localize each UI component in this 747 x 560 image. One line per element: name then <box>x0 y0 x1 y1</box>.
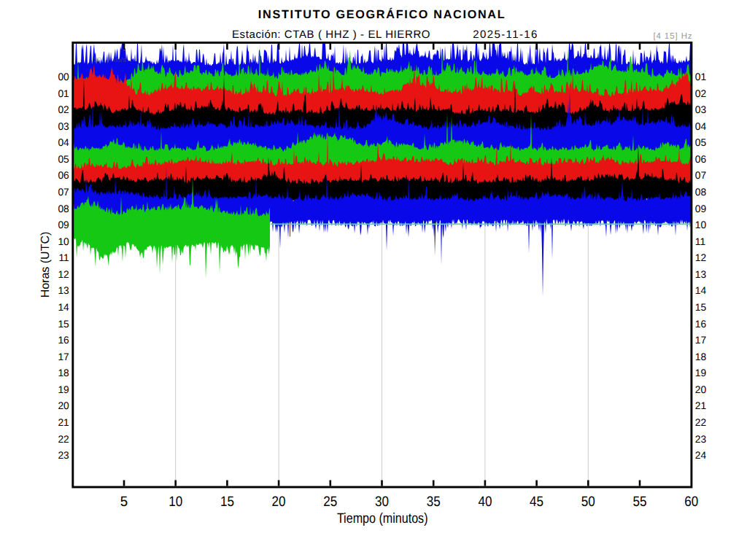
svg-text:01: 01 <box>58 88 69 99</box>
svg-text:19: 19 <box>695 368 707 378</box>
svg-text:1000 nm/s: 1000 nm/s <box>93 56 126 63</box>
svg-text:15: 15 <box>695 302 707 313</box>
svg-text:10: 10 <box>695 219 707 230</box>
svg-text:INSTITUTO GEOGRÁFICO NACIONAL: INSTITUTO GEOGRÁFICO NACIONAL <box>258 7 506 21</box>
svg-text:18: 18 <box>58 368 69 378</box>
svg-text:11: 11 <box>695 236 705 247</box>
svg-text:14: 14 <box>695 285 707 296</box>
svg-text:15: 15 <box>58 319 69 330</box>
svg-text:18: 18 <box>695 351 707 362</box>
svg-text:12: 12 <box>695 252 706 263</box>
svg-text:13: 13 <box>58 285 69 296</box>
svg-text:20: 20 <box>58 400 69 411</box>
svg-text:04: 04 <box>58 137 69 148</box>
svg-text:30: 30 <box>375 494 389 510</box>
svg-text:Tiempo (minutos): Tiempo (minutos) <box>337 511 428 526</box>
svg-text:25: 25 <box>323 494 337 510</box>
svg-text:[4 15] Hz: [4 15] Hz <box>653 32 692 41</box>
svg-text:17: 17 <box>58 351 69 362</box>
svg-text:14: 14 <box>58 302 69 313</box>
svg-text:02: 02 <box>58 104 69 115</box>
svg-text:23: 23 <box>58 450 69 461</box>
svg-text:07: 07 <box>695 170 706 181</box>
svg-text:24: 24 <box>695 450 707 461</box>
svg-text:08: 08 <box>58 203 69 214</box>
svg-text:02: 02 <box>695 88 706 99</box>
svg-text:20: 20 <box>695 384 707 395</box>
svg-text:13: 13 <box>695 269 707 280</box>
svg-text:15: 15 <box>220 494 234 510</box>
svg-text:20: 20 <box>272 494 286 510</box>
svg-text:17: 17 <box>695 335 706 346</box>
svg-text:2025-11-16: 2025-11-16 <box>473 28 538 41</box>
svg-text:50: 50 <box>581 494 595 510</box>
svg-text:05: 05 <box>695 137 707 148</box>
svg-text:60: 60 <box>684 494 698 510</box>
svg-text:21: 21 <box>695 400 706 411</box>
svg-text:06: 06 <box>58 170 69 181</box>
svg-text:19: 19 <box>58 384 69 395</box>
svg-text:05: 05 <box>58 154 69 165</box>
svg-text:03: 03 <box>58 121 69 132</box>
svg-text:00: 00 <box>58 71 69 82</box>
svg-text:Horas (UTC): Horas (UTC) <box>39 232 52 298</box>
svg-text:40: 40 <box>478 494 492 510</box>
svg-text:23: 23 <box>695 434 707 445</box>
svg-text:12: 12 <box>58 269 69 280</box>
svg-text:04: 04 <box>695 121 707 132</box>
svg-text:10: 10 <box>169 494 182 510</box>
svg-text:07: 07 <box>58 187 69 198</box>
svg-text:16: 16 <box>58 335 69 346</box>
svg-text:11: 11 <box>58 252 69 263</box>
svg-text:35: 35 <box>427 494 441 510</box>
svg-text:01: 01 <box>695 71 706 82</box>
svg-text:45: 45 <box>530 494 543 510</box>
svg-text:5: 5 <box>120 494 128 510</box>
svg-text:09: 09 <box>695 203 707 214</box>
svg-text:08: 08 <box>695 187 707 198</box>
svg-text:22: 22 <box>58 434 69 445</box>
svg-text:10: 10 <box>58 236 69 247</box>
svg-text:55: 55 <box>633 494 647 510</box>
svg-text:21: 21 <box>58 417 69 428</box>
svg-text:22: 22 <box>695 417 706 428</box>
svg-text:09: 09 <box>58 219 69 230</box>
svg-text:03: 03 <box>695 104 707 115</box>
svg-text:Estación: CTAB ( HHZ ) - EL H: Estación: CTAB ( HHZ ) - EL HIERRO <box>232 28 430 41</box>
svg-text:16: 16 <box>695 319 707 330</box>
svg-text:06: 06 <box>695 154 707 165</box>
